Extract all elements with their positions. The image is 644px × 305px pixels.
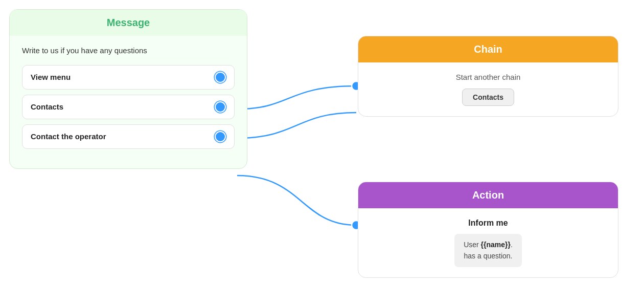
view-menu-button-row[interactable]: View menu [22, 65, 235, 90]
chain-card: Chain Start another chain Contacts [358, 36, 618, 117]
chain-card-title: Chain [474, 43, 502, 55]
chain-card-body: Start another chain Contacts [358, 62, 618, 116]
chain-card-header: Chain [358, 36, 618, 62]
action-card-title: Action [472, 189, 504, 201]
canvas: Message Write to us if you have any ques… [0, 0, 644, 305]
action-title: Inform me [468, 219, 508, 228]
message-card-header: Message [10, 10, 247, 36]
message-card: Message Write to us if you have any ques… [9, 9, 247, 169]
contacts-connector-dot[interactable] [215, 101, 226, 113]
action-variable: {{name}} [481, 241, 511, 249]
chain-contacts-button[interactable]: Contacts [462, 89, 514, 106]
contact-operator-button-row[interactable]: Contact the operator [22, 124, 235, 149]
message-card-body: Write to us if you have any questions Vi… [10, 36, 247, 158]
message-card-title: Message [107, 17, 150, 28]
contacts-button-row[interactable]: Contacts [22, 95, 235, 119]
view-menu-connector-dot[interactable] [215, 72, 226, 83]
contact-operator-label: Contact the operator [31, 132, 106, 141]
action-message-box: User {{name}}.has a question. [454, 234, 522, 267]
chain-card-description: Start another chain [456, 73, 521, 81]
view-menu-label: View menu [31, 73, 71, 81]
action-card-body: Inform me User {{name}}.has a question. [358, 208, 618, 277]
action-card-header: Action [358, 182, 618, 208]
message-card-description: Write to us if you have any questions [22, 45, 235, 57]
contact-operator-connector-dot[interactable] [215, 131, 226, 142]
contacts-label: Contacts [31, 102, 63, 111]
action-card: Action Inform me User {{name}}.has a que… [358, 182, 618, 278]
